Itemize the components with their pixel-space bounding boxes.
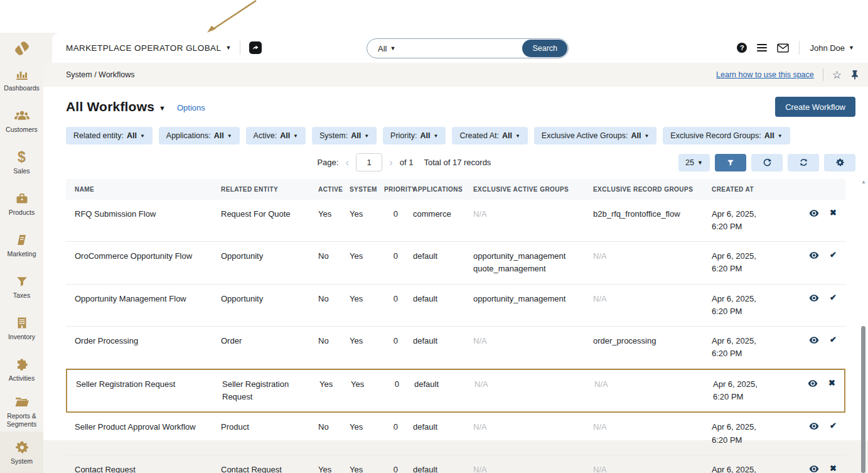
sidebar-item-marketing[interactable]: Marketing <box>0 224 43 266</box>
table-row[interactable]: Seller Product Approval Workflow Product… <box>66 413 845 455</box>
filter-chip[interactable]: Exclusive Record Groups: All ▼ <box>663 127 790 144</box>
table-row[interactable]: Opportunity Management Flow Opportunity … <box>66 285 845 327</box>
filter-chip[interactable]: Related entity: All ▼ <box>66 127 153 144</box>
cell-exclusive-record-groups: N/A <box>584 242 703 271</box>
table-row[interactable]: OroCommerce Opportunity Flow Opportunity… <box>66 242 845 284</box>
view-icon[interactable] <box>809 465 819 473</box>
filter-chip[interactable]: Applications: All ▼ <box>159 127 240 144</box>
sidebar-item-label: Taxes <box>13 291 30 299</box>
sidebar-item-activities[interactable]: Activities <box>0 349 43 390</box>
chevron-down-icon: ▼ <box>140 133 145 139</box>
chevron-down-icon[interactable]: ▼ <box>159 104 166 112</box>
view-icon[interactable] <box>809 209 819 217</box>
breadcrumb-actions: Learn how to use this space ☆ <box>716 68 859 81</box>
column-header[interactable]: PRIORITY <box>375 179 404 200</box>
scrollbar-thumb[interactable] <box>861 326 865 473</box>
menu-icon[interactable] <box>757 44 767 52</box>
column-header[interactable]: SYSTEM <box>341 179 375 200</box>
view-icon[interactable] <box>809 294 819 302</box>
prev-page-icon[interactable]: ‹ <box>344 157 350 168</box>
chevron-down-icon: ▼ <box>644 133 649 139</box>
page-number-input[interactable] <box>356 153 382 171</box>
filter-chip[interactable]: Priority: All ▼ <box>383 127 446 144</box>
page-size-dropdown[interactable]: 25 ▼ <box>678 154 710 171</box>
cell-created-at: Apr 6, 2025,6:20 PM <box>703 285 776 326</box>
view-icon[interactable] <box>809 422 819 430</box>
sidebar-item-inventory[interactable]: Inventory <box>0 307 43 349</box>
help-icon[interactable]: ? <box>737 43 747 53</box>
search-button[interactable]: Search <box>522 40 567 57</box>
column-header[interactable]: EXCLUSIVE RECORD GROUPS <box>584 179 703 200</box>
gear-icon <box>835 158 845 167</box>
sidebar-item-taxes[interactable]: Taxes <box>0 266 43 307</box>
cell-related-entity: Seller RegistrationRequest <box>213 370 311 411</box>
column-header[interactable]: APPLICATIONS <box>404 179 464 200</box>
sidebar-item-dashboards[interactable]: Dashboards <box>0 58 43 100</box>
row-actions: ✔ <box>776 327 845 344</box>
favorite-star-icon[interactable]: ☆ <box>832 70 842 80</box>
sidebar-item-customers[interactable]: Customers <box>0 100 43 141</box>
sidebar-item-label: Inventory <box>8 333 35 340</box>
app-logo[interactable] <box>11 38 33 58</box>
filter-chip[interactable]: Active: All ▼ <box>246 127 306 144</box>
filters-toggle-button[interactable] <box>715 154 746 171</box>
cell-active: Yes <box>309 455 341 473</box>
grid-settings-button[interactable] <box>824 154 855 171</box>
sidebar-item-label: Customers <box>6 126 38 133</box>
pin-icon[interactable] <box>850 70 859 80</box>
user-menu[interactable]: John Doe ▼ <box>810 43 859 53</box>
create-workflow-button[interactable]: Create Workflow <box>775 97 855 117</box>
filter-chip[interactable]: Created At: All ▼ <box>452 127 527 144</box>
chevron-down-icon: ▼ <box>227 133 232 139</box>
sidebar-item-label: Sales <box>13 167 29 175</box>
cell-exclusive-active-groups: N/A <box>466 370 586 399</box>
table-row[interactable]: RFQ Submission Flow Request For Quote Ye… <box>66 200 845 242</box>
table-row[interactable]: Seller Registration Request Seller Regis… <box>66 369 845 413</box>
organization-switcher[interactable]: MARKETPLACE OPERATOR GLOBAL ▼ <box>66 43 231 53</box>
table-row[interactable]: Order Processing Order No Yes 0 default … <box>66 327 845 369</box>
deactivate-icon[interactable]: ✖ <box>830 209 837 217</box>
vertical-scrollbar[interactable]: ▲ <box>860 178 867 473</box>
column-header[interactable]: EXCLUSIVE ACTIVE GROUPS <box>464 179 584 200</box>
row-actions: ✖ <box>776 200 845 217</box>
next-page-icon[interactable]: › <box>388 157 394 168</box>
row-actions: ✔ <box>776 413 845 430</box>
view-icon[interactable] <box>808 379 818 388</box>
sidebar-item-sales[interactable]: $ Sales <box>0 141 43 183</box>
table-header-row: NAMERELATED ENTITYACTIVESYSTEMPRIORITYAP… <box>66 179 845 200</box>
sidebar-item-products[interactable]: Products <box>0 183 43 224</box>
search-scope-dropdown[interactable]: All ▼ <box>367 44 402 53</box>
table-row[interactable]: Contact Request Contact Request Yes Yes … <box>66 455 845 473</box>
sidebar-item-system[interactable]: System <box>0 432 43 473</box>
search-input[interactable] <box>402 43 522 54</box>
column-header[interactable]: CREATED AT <box>703 179 776 200</box>
scroll-up-icon[interactable]: ▲ <box>861 179 866 185</box>
cell-created-at: Apr 6, 2025,6:20 PM <box>703 413 776 454</box>
activate-icon[interactable]: ✔ <box>830 293 837 302</box>
learn-space-link[interactable]: Learn how to use this space <box>716 70 814 79</box>
pagination-row: Page: ‹ › of 1 Total of 17 records 25 ▼ <box>43 147 868 177</box>
storefront-link-icon[interactable] <box>249 41 262 54</box>
filter-chip[interactable]: Exclusive Active Groups: All ▼ <box>534 127 656 144</box>
app-window: Dashboards Customers $ Sales Products Ma… <box>0 0 868 473</box>
filter-label: Exclusive Active Groups: <box>542 131 628 140</box>
taxes-icon <box>15 273 29 290</box>
activate-icon[interactable]: ✔ <box>830 251 837 259</box>
column-header[interactable]: ACTIVE <box>309 179 341 200</box>
reset-button[interactable] <box>788 154 819 171</box>
column-header[interactable]: NAME <box>66 179 212 200</box>
options-link[interactable]: Options <box>177 103 205 112</box>
deactivate-icon[interactable]: ✖ <box>830 464 837 472</box>
refresh-button[interactable] <box>751 154 783 171</box>
deactivate-icon[interactable]: ✖ <box>828 379 835 387</box>
column-header[interactable]: RELATED ENTITY <box>212 179 309 200</box>
row-actions: ✖ <box>776 455 845 473</box>
cell-applications: default <box>404 242 464 271</box>
view-icon[interactable] <box>809 251 819 259</box>
view-icon[interactable] <box>809 336 819 344</box>
activate-icon[interactable]: ✔ <box>830 421 837 430</box>
filter-chip[interactable]: System: All ▼ <box>312 127 377 144</box>
activate-icon[interactable]: ✔ <box>830 335 837 344</box>
sidebar-item-reports-segments[interactable]: Reports & Segments <box>0 390 43 432</box>
mail-icon[interactable] <box>777 43 789 53</box>
